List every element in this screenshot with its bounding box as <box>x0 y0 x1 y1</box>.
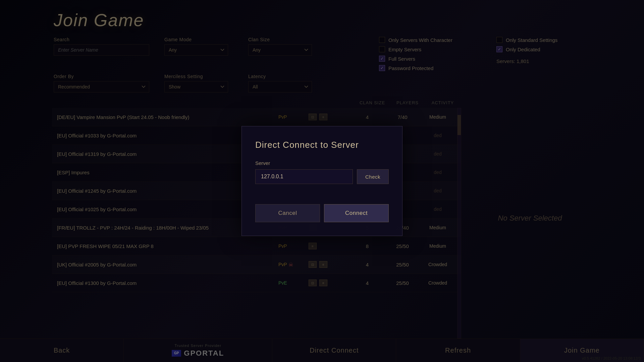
modal-overlay: Direct Connect to Server Server Check Ca… <box>0 0 644 362</box>
modal-title: Direct Connect to Server <box>255 140 389 150</box>
page-container: Join Game Search Game Mode Any PvP PvE P… <box>0 0 644 362</box>
modal-cancel-button[interactable]: Cancel <box>255 204 320 222</box>
modal-footer: Cancel Connect <box>255 204 389 222</box>
modal-input-row: Check <box>255 169 389 184</box>
direct-connect-modal: Direct Connect to Server Server Check Ca… <box>241 126 402 236</box>
modal-server-input[interactable] <box>255 169 353 184</box>
modal-check-button[interactable]: Check <box>357 169 389 184</box>
modal-connect-button[interactable]: Connect <box>324 204 389 222</box>
modal-server-label: Server <box>255 160 389 166</box>
